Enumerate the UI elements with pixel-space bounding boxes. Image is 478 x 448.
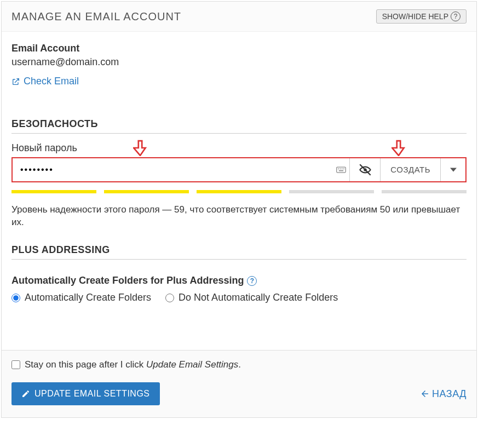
svg-line-6 bbox=[360, 164, 371, 175]
plus-addressing-section-title: PLUS ADDRESSING bbox=[11, 244, 467, 260]
eye-off-icon bbox=[358, 163, 372, 177]
password-input-group: СОЗДАТЬ bbox=[11, 157, 467, 182]
page-title: MANAGE AN EMAIL ACCOUNT bbox=[11, 10, 181, 23]
radio-auto-create-input[interactable] bbox=[11, 294, 20, 302]
check-email-link[interactable]: Check Email bbox=[11, 76, 79, 87]
radio-auto-create[interactable]: Automatically Create Folders bbox=[11, 292, 151, 303]
generate-password-dropdown-button[interactable] bbox=[440, 158, 465, 181]
strength-segment bbox=[289, 190, 374, 193]
svg-rect-4 bbox=[343, 168, 344, 169]
panel-footer: Stay on this page after I click Update E… bbox=[2, 350, 476, 417]
strength-segment bbox=[382, 190, 467, 193]
strength-segment bbox=[104, 190, 189, 193]
check-email-link-label: Check Email bbox=[24, 76, 79, 87]
update-email-settings-button[interactable]: UPDATE EMAIL SETTINGS bbox=[11, 382, 160, 405]
plus-addressing-radio-group: Automatically Create Folders Do Not Auto… bbox=[11, 292, 467, 303]
security-section-title: БЕЗОПАСНОСТЬ bbox=[11, 118, 467, 134]
email-account-value: username@domain.com bbox=[11, 56, 467, 68]
stay-on-page-checkbox[interactable] bbox=[11, 360, 20, 369]
help-icon: ? bbox=[451, 12, 460, 21]
pencil-icon bbox=[21, 389, 30, 398]
svg-rect-5 bbox=[339, 170, 343, 171]
keyboard-icon bbox=[333, 158, 349, 181]
annotation-arrow-left-icon bbox=[133, 140, 147, 156]
back-link[interactable]: НАЗАД bbox=[420, 388, 467, 400]
annotation-arrow-right-icon bbox=[391, 140, 406, 156]
new-password-input[interactable] bbox=[13, 158, 333, 181]
external-link-icon bbox=[11, 77, 20, 86]
show-hide-help-button[interactable]: SHOW/HIDE HELP ? bbox=[376, 9, 467, 24]
svg-rect-2 bbox=[340, 168, 341, 169]
password-strength-text: Уровень надежности этого пароля — 59, чт… bbox=[11, 203, 467, 229]
password-strength-meter bbox=[11, 190, 467, 193]
strength-segment bbox=[11, 190, 96, 193]
caret-down-icon bbox=[450, 166, 457, 173]
svg-rect-1 bbox=[338, 168, 339, 169]
radio-no-auto-create[interactable]: Do Not Automatically Create Folders bbox=[165, 292, 338, 303]
strength-segment bbox=[197, 190, 281, 193]
email-account-label: Email Account bbox=[11, 43, 467, 54]
help-button-label: SHOW/HIDE HELP bbox=[382, 12, 448, 21]
stay-on-page-checkbox-label[interactable]: Stay on this page after I click Update E… bbox=[11, 359, 467, 370]
svg-rect-3 bbox=[342, 168, 343, 169]
manage-email-panel: MANAGE AN EMAIL ACCOUNT SHOW/HIDE HELP ?… bbox=[1, 1, 477, 418]
help-icon[interactable]: ? bbox=[247, 276, 257, 286]
plus-addressing-group-label: Automatically Create Folders for Plus Ad… bbox=[11, 275, 467, 286]
generate-password-button[interactable]: СОЗДАТЬ bbox=[380, 158, 440, 181]
svg-rect-0 bbox=[337, 167, 346, 173]
arrow-left-icon bbox=[420, 389, 430, 399]
toggle-password-visibility-button[interactable] bbox=[349, 158, 380, 181]
radio-no-auto-create-input[interactable] bbox=[165, 294, 174, 302]
panel-header: MANAGE AN EMAIL ACCOUNT SHOW/HIDE HELP ? bbox=[2, 2, 476, 32]
